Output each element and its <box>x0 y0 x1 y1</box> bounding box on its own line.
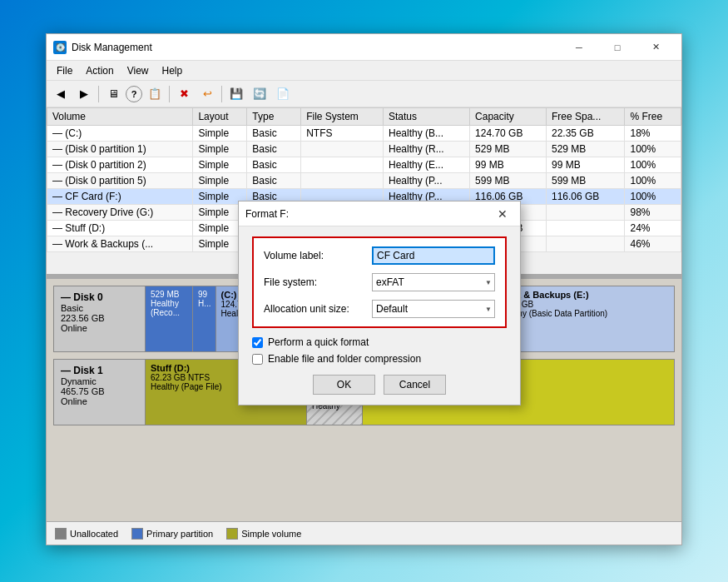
cell-free: 116.06 GB <box>546 189 625 205</box>
disk0-status: Online <box>61 323 138 333</box>
new-button[interactable]: 📄 <box>272 84 294 104</box>
rescan-button[interactable]: 🔄 <box>249 84 270 104</box>
dialog-title-text: Format F: <box>245 208 492 220</box>
delete-button[interactable]: ✖ <box>173 84 195 104</box>
window-icon: 💽 <box>53 41 67 54</box>
maximize-button[interactable]: □ <box>598 34 636 61</box>
cell-volume: — (Disk 0 partition 5) <box>47 173 193 189</box>
toolbar: ◀ ▶ 🖥 ? 📋 ✖ ↩ 💾 🔄 📄 <box>47 81 681 107</box>
table-row[interactable]: — (Disk 0 partition 5) Simple Basic Heal… <box>47 173 681 189</box>
menu-bar: File Action View Help <box>47 61 681 81</box>
toolbar-separator-3 <box>221 86 222 102</box>
alloc-row: Allocation unit size: Default 512 1024 2… <box>264 300 495 318</box>
volume-label-row: Volume label: <box>264 246 495 265</box>
file-system-label: File system: <box>264 276 372 288</box>
disk1-status: Online <box>61 396 138 406</box>
disk0-partition-1[interactable]: 99 H... <box>193 286 216 351</box>
menu-view[interactable]: View <box>121 63 156 78</box>
computer-button[interactable]: 🖥 <box>102 84 124 104</box>
compression-checkbox[interactable] <box>252 354 263 365</box>
volume-label-label: Volume label: <box>264 250 372 261</box>
cell-pct: 100% <box>625 173 681 189</box>
quick-format-label: Perform a quick format <box>268 336 369 348</box>
properties-button[interactable]: 📋 <box>144 84 166 104</box>
quick-format-row: Perform a quick format <box>252 336 507 348</box>
cell-status: Healthy (B... <box>384 126 470 142</box>
ok-button[interactable]: OK <box>313 375 375 395</box>
cell-status: Healthy (P... <box>384 173 470 189</box>
cell-layout: Simple <box>193 142 247 157</box>
legend-bar: Unallocated Primary partition Simple vol… <box>47 521 681 545</box>
disk0-size: 223.56 GB <box>61 313 138 323</box>
legend-primary: Primary partition <box>131 528 213 540</box>
format-dialog: Format F: ✕ Volume label: File system: e… <box>238 201 521 405</box>
legend-primary-box <box>131 528 143 540</box>
quick-format-checkbox[interactable] <box>252 337 263 348</box>
back-button[interactable]: ◀ <box>50 84 72 104</box>
alloc-wrapper: Default 512 1024 2048 4096 ▼ <box>372 300 495 318</box>
menu-file[interactable]: File <box>50 63 79 78</box>
cancel-button[interactable]: Cancel <box>384 375 446 395</box>
cell-type: Basic <box>247 157 301 173</box>
forward-button[interactable]: ▶ <box>73 84 95 104</box>
compression-row: Enable file and folder compression <box>252 353 507 365</box>
table-row[interactable]: — (Disk 0 partition 2) Simple Basic Heal… <box>47 157 681 173</box>
window-controls: ─ □ ✕ <box>560 34 675 61</box>
cell-capacity: 99 MB <box>470 157 547 173</box>
legend-simple-box <box>226 528 238 540</box>
disk0-type: Basic <box>61 303 138 313</box>
legend-simple-label: Simple volume <box>241 529 301 539</box>
cell-pct: 100% <box>625 157 681 173</box>
alloc-label: Allocation unit size: <box>264 303 372 315</box>
disk1-type: Dynamic <box>61 376 138 386</box>
menu-action[interactable]: Action <box>79 63 120 78</box>
volume-label-input[interactable] <box>372 246 495 265</box>
legend-unallocated: Unallocated <box>55 528 118 540</box>
save-button[interactable]: 💾 <box>225 84 247 104</box>
file-system-select[interactable]: exFAT FAT32 NTFS <box>372 273 495 291</box>
disk0-partition-0[interactable]: 529 MB Healthy (Reco... <box>146 286 193 351</box>
cell-volume: — Recovery Drive (G:) <box>47 205 193 221</box>
file-system-wrapper: exFAT FAT32 NTFS ▼ <box>372 273 495 291</box>
cell-type: Basic <box>247 142 301 157</box>
cell-layout: Simple <box>193 173 247 189</box>
disk1-size: 465.75 GB <box>61 386 138 396</box>
cell-status: Healthy (R... <box>384 142 470 157</box>
cell-free <box>546 205 625 221</box>
cell-volume: — (Disk 0 partition 1) <box>47 142 193 157</box>
legend-unallocated-label: Unallocated <box>70 529 118 539</box>
minimize-button[interactable]: ─ <box>560 34 598 61</box>
cell-free: 99 MB <box>546 157 625 173</box>
table-row[interactable]: — (C:) Simple Basic NTFS Healthy (B... 1… <box>47 126 681 142</box>
cell-pct: 24% <box>625 221 681 236</box>
cell-free <box>546 221 625 236</box>
file-system-row: File system: exFAT FAT32 NTFS ▼ <box>264 273 495 291</box>
cell-free: 22.35 GB <box>546 126 625 142</box>
cell-free <box>546 236 625 252</box>
col-volume: Volume <box>47 108 193 126</box>
volume-label-control <box>372 246 495 265</box>
toolbar-separator-1 <box>98 86 99 102</box>
cell-volume: — (C:) <box>47 126 193 142</box>
col-pct: % Free <box>625 108 681 126</box>
cell-layout: Simple <box>193 157 247 173</box>
cell-pct: 46% <box>625 236 681 252</box>
cell-free: 599 MB <box>546 173 625 189</box>
title-bar: 💽 Disk Management ─ □ ✕ <box>47 34 681 61</box>
cell-type: Basic <box>247 126 301 142</box>
close-button[interactable]: ✕ <box>636 34 675 61</box>
menu-help[interactable]: Help <box>156 63 190 78</box>
dialog-close-button[interactable]: ✕ <box>492 203 513 225</box>
col-capacity: Capacity <box>470 108 547 126</box>
help-button[interactable]: ? <box>126 86 142 102</box>
col-layout: Layout <box>193 108 247 126</box>
alloc-select[interactable]: Default 512 1024 2048 4096 <box>372 300 495 318</box>
table-row[interactable]: — (Disk 0 partition 1) Simple Basic Heal… <box>47 142 681 157</box>
col-status: Status <box>384 108 470 126</box>
cell-fs <box>301 157 384 173</box>
disk0-label: — Disk 0 Basic 223.56 GB Online <box>54 286 146 351</box>
disk1-name: — Disk 1 <box>61 365 138 376</box>
dialog-title-bar: Format F: ✕ <box>239 201 520 226</box>
col-free: Free Spa... <box>546 108 625 126</box>
undo-button[interactable]: ↩ <box>196 84 218 104</box>
